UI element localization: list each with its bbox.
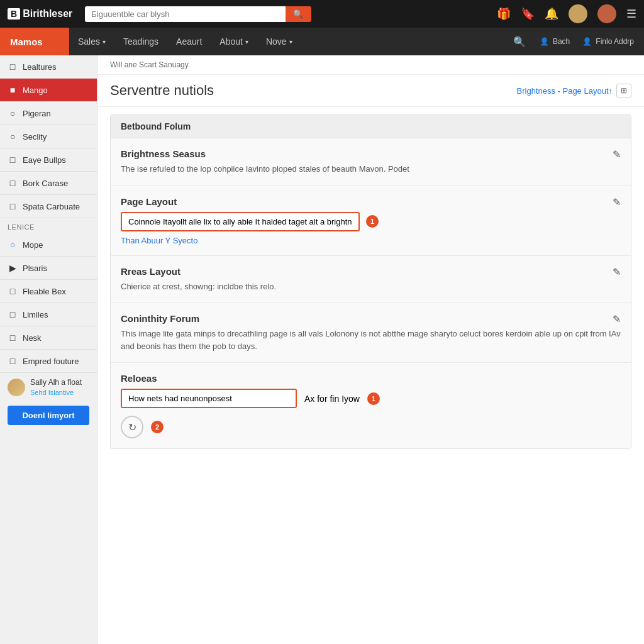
reload-circle[interactable]: ↻ [121, 416, 143, 438]
sidebar-item-fleable[interactable]: □ Fleable Bex [0, 280, 97, 303]
sidebar-item-mope[interactable]: ○ Mope [0, 233, 97, 257]
page-layout-badge: 1 [366, 215, 379, 228]
setting-community: Coninthity Forum This image lite gata mi… [111, 303, 631, 363]
page-layout-link[interactable]: Than Abuur Y Syecto [121, 236, 197, 245]
sidebar-user-sub: Sehd Islantive [30, 388, 82, 397]
bork-icon: □ [8, 178, 18, 188]
sidebar-item-lealtures[interactable]: □ Lealtures [0, 55, 97, 79]
top-bar-icons: 🎁 🔖 🔔 ☰ [497, 4, 636, 23]
relogs-input[interactable] [121, 389, 297, 408]
brightness-title: Brightness Seasus [121, 148, 621, 159]
nav-item-nove[interactable]: Nove ▾ [257, 28, 301, 55]
sidebar-section-lenice: lenice [0, 218, 97, 233]
page-layout-input-row: 1 [121, 212, 621, 231]
setting-relogs: Reloeas Ax for fin Iyow 1 ↻ 2 [111, 363, 631, 448]
sidebar-label-empred: Empred fouture [23, 357, 79, 366]
search-input[interactable] [85, 6, 286, 22]
nav-sales-label: Sales [78, 36, 100, 47]
sidebar-item-mango[interactable]: ■ Mango [0, 79, 97, 102]
community-title: Coninthity Forum [121, 313, 621, 324]
lealtures-icon: □ [8, 62, 18, 72]
sidebar-label-nesk: Nesk [23, 333, 42, 343]
nav-brand: Mamos [0, 28, 69, 55]
nav-item-teadings[interactable]: Teadings [114, 28, 167, 55]
sidebar-item-plsaris[interactable]: ▶ Plsaris [0, 257, 97, 280]
gift-icon[interactable]: 🎁 [497, 7, 511, 21]
sidebar-label-plsaris: Plsaris [23, 264, 47, 273]
nav-item-about[interactable]: About ▾ [211, 28, 257, 55]
sidebar-avatar [8, 379, 25, 396]
sidebar-item-spata[interactable]: □ Spata Carbuate [0, 195, 97, 218]
bookmark-icon[interactable]: 🔖 [521, 7, 535, 21]
nesk-icon: □ [8, 333, 18, 343]
sidebar: □ Lealtures ■ Mango ○ Pigeran ○ Seclity … [0, 55, 97, 644]
sidebar-label-spata: Spata Carbuate [23, 202, 80, 211]
sidebar-item-bork[interactable]: □ Bork Carase [0, 172, 97, 195]
sidebar-item-empred[interactable]: □ Empred fouture [0, 350, 97, 373]
sidebar-action-button[interactable]: Doenl limyort [8, 406, 89, 425]
seclity-icon: ○ [8, 131, 18, 142]
menu-icon[interactable]: ☰ [626, 7, 636, 21]
nav-item-sales[interactable]: Sales ▾ [69, 28, 114, 55]
sidebar-user-text: Sally Alh a float Sehd Islantive [30, 378, 82, 397]
reload-badge: 2 [151, 421, 164, 433]
community-desc: This image lite gata minps to drecathlin… [121, 328, 621, 352]
eaye-icon: □ [8, 155, 18, 165]
areas-layout-desc: Chierice at crest, showng: incldbe this … [121, 280, 621, 293]
nav-about-arrow: ▾ [245, 38, 248, 45]
setting-brightness: Brightness Seasus The ise refuIed to the… [111, 138, 631, 186]
sidebar-label-bork: Bork Carase [23, 179, 68, 188]
brand-logo: B Birithleser [8, 8, 72, 19]
spata-icon: □ [8, 201, 18, 211]
page-header: Serventre nutiols Brightness - Page Layo… [97, 75, 644, 107]
nav-teadings-label: Teadings [123, 36, 158, 47]
reload-row: Ax for fin Iyow 1 [121, 389, 621, 408]
nav-item-aeaurt[interactable]: Aeaurt [167, 28, 211, 55]
nav-user2-icon: 👤 [582, 37, 592, 46]
sidebar-item-nesk[interactable]: □ Nesk [0, 326, 97, 350]
setting-page-layout: Page Layout 1 Than Abuur Y Syecto ✎ [111, 186, 631, 256]
nav-user-name: Bach [553, 37, 570, 46]
nav-user[interactable]: 👤 Bach [535, 37, 575, 46]
sidebar-label-pigeran: Pigeran [23, 109, 51, 118]
brightness-edit-button[interactable]: ✎ [613, 148, 621, 160]
setting-areas-layout: Rreas Layout Chierice at crest, showng: … [111, 256, 631, 304]
mango-icon: ■ [8, 85, 18, 95]
sidebar-label-fleable: Fleable Bex [23, 287, 66, 296]
sidebar-user-name: Sally Alh a float [30, 378, 82, 388]
pigeran-icon: ○ [8, 108, 18, 118]
sidebar-label-lealtures: Lealtures [23, 62, 56, 72]
main-content: Will ane Scart Sanuagy. Serventre nutiol… [97, 55, 644, 644]
page-layout-edit-button[interactable]: ✎ [613, 196, 621, 208]
nav-user2[interactable]: 👤 Finlo Addrp [577, 37, 639, 46]
brand-icon: B [8, 8, 20, 19]
sidebar-label-mango: Mango [23, 86, 48, 95]
reload-circle-row: ↻ 2 [121, 416, 621, 438]
sidebar-item-limiles[interactable]: □ Limiles [0, 303, 97, 326]
top-search-bar[interactable]: 🔍 [85, 6, 311, 22]
community-edit-button[interactable]: ✎ [613, 313, 621, 325]
fleable-icon: □ [8, 286, 18, 296]
sidebar-item-pigeran[interactable]: ○ Pigeran [0, 102, 97, 125]
search-button[interactable]: 🔍 [286, 6, 311, 22]
avatar-1[interactable] [569, 4, 587, 23]
breadcrumb: Will ane Scart Sanuagy. [97, 55, 644, 75]
areas-layout-edit-button[interactable]: ✎ [613, 266, 621, 278]
page-layout-input[interactable] [121, 212, 360, 231]
nav-user-icon: 👤 [540, 37, 549, 46]
areas-layout-title: Rreas Layout [121, 266, 621, 277]
bell-icon[interactable]: 🔔 [545, 7, 558, 21]
mope-icon: ○ [8, 240, 18, 250]
nav-aeaurt-label: Aeaurt [176, 36, 202, 47]
nav-sales-arrow: ▾ [103, 38, 106, 45]
page-header-link[interactable]: Brightness - Page Layout↑ ⊞ [517, 84, 631, 97]
sidebar-item-eaye[interactable]: □ Eaγe Bullps [0, 148, 97, 172]
page-layout-title: Page Layout [121, 196, 621, 207]
nav-search-button[interactable]: 🔍 [507, 28, 532, 55]
limiles-icon: □ [8, 309, 18, 319]
nav-user2-name: Finlo Addrp [596, 37, 634, 46]
nav-nove-label: Nove [266, 36, 287, 47]
page-header-icon-btn[interactable]: ⊞ [616, 84, 631, 97]
sidebar-item-seclity[interactable]: ○ Seclity [0, 125, 97, 148]
avatar-2[interactable] [597, 4, 616, 23]
